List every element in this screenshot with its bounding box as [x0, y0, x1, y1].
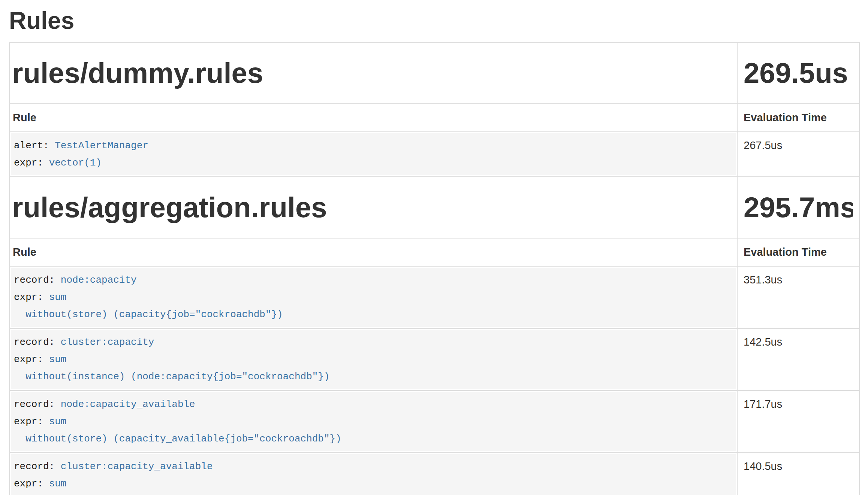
rule-cell: record: node:capacity expr: sum without(… — [9, 266, 737, 328]
rule-group-file-cell: rules/aggregation.rules — [9, 177, 737, 238]
rules-page: Rules rules/dummy.rules 269.5us Rule Eva… — [0, 7, 868, 495]
column-header-row: Rule Evaluation Time — [9, 104, 859, 132]
rule-group-total-evaluation-time: 295.7ms — [744, 191, 853, 224]
rule-expr-link[interactable]: sum — [49, 354, 67, 365]
rule-line: record: node:capacity_available — [14, 396, 733, 413]
rule-keyword: expr: — [14, 157, 49, 168]
rule-line: record: node:capacity — [14, 271, 733, 289]
table-row: record: node:capacity expr: sum without(… — [9, 266, 859, 328]
rule-keyword: record: — [14, 337, 61, 348]
rule-line: without(store) (capacity{job="cockroachd… — [14, 306, 733, 323]
rule-group-file-name: rules/aggregation.rules — [12, 191, 735, 224]
evaluation-time-value: 171.7us — [737, 391, 859, 453]
rule-line: record: cluster:capacity_available — [14, 458, 733, 475]
rule-expr-link[interactable]: vector(1) — [49, 157, 102, 168]
rule-expr-link[interactable]: without(store) (capacity{job="cockroachd… — [14, 309, 283, 320]
rule-cell: record: node:capacity_available expr: su… — [9, 391, 737, 453]
rule-group-header-row: rules/dummy.rules 269.5us — [9, 42, 859, 104]
rule-column-header: Rule — [9, 238, 737, 266]
table-row: record: cluster:capacity expr: sum witho… — [9, 328, 859, 391]
rule-definition: record: cluster:capacity_available expr:… — [11, 454, 736, 495]
rule-keyword: expr: — [14, 292, 49, 303]
rule-line: without(instance) (node:capacity{job="co… — [14, 368, 733, 385]
rule-definition: record: node:capacity expr: sum without(… — [11, 268, 736, 327]
rule-cell: record: cluster:capacity_available expr:… — [9, 453, 737, 495]
rule-name-link[interactable]: cluster:capacity_available — [61, 461, 213, 472]
page-title: Rules — [9, 7, 859, 34]
table-row: record: node:capacity_available expr: su… — [9, 391, 859, 453]
rule-line: expr: sum — [14, 351, 733, 368]
rule-definition: record: node:capacity_available expr: su… — [11, 392, 736, 451]
evaluation-time-value: 142.5us — [737, 328, 859, 391]
rule-line: without(instance) (node:capacity_availab… — [14, 492, 733, 495]
rule-expr-link[interactable]: sum — [49, 416, 67, 427]
rule-line: expr: sum — [14, 413, 733, 430]
rule-keyword: expr: — [14, 416, 49, 427]
rule-cell: alert: TestAlertManager expr: vector(1) — [9, 132, 737, 177]
rule-expr-link[interactable]: sum — [49, 478, 67, 489]
column-header-row: Rule Evaluation Time — [9, 238, 859, 266]
rule-name-link[interactable]: node:capacity_available — [61, 399, 195, 410]
rule-keyword: record: — [14, 274, 61, 286]
rule-group-file-name: rules/dummy.rules — [12, 57, 735, 89]
rule-line: expr: sum — [14, 475, 733, 492]
rule-expr-link[interactable]: without(instance) (node:capacity{job="co… — [14, 371, 330, 382]
evaluation-time-value: 267.5us — [737, 132, 859, 177]
rule-keyword: record: — [14, 461, 61, 472]
rule-expr-link[interactable]: sum — [49, 292, 67, 303]
rule-cell: record: cluster:capacity expr: sum witho… — [9, 328, 737, 391]
rule-line: record: cluster:capacity — [14, 334, 733, 351]
rule-group-total-time-cell: 295.7ms — [737, 177, 859, 238]
rule-expr-link[interactable]: without(store) (capacity_available{job="… — [14, 433, 341, 444]
rule-name-link[interactable]: node:capacity — [61, 274, 137, 286]
rule-keyword: alert: — [14, 140, 55, 151]
evaluation-time-value: 351.3us — [737, 266, 859, 328]
evaluation-time-value: 140.5us — [737, 453, 859, 495]
rule-line: without(store) (capacity_available{job="… — [14, 430, 733, 447]
evaluation-time-column-header: Evaluation Time — [737, 238, 859, 266]
rule-definition: alert: TestAlertManager expr: vector(1) — [11, 133, 736, 175]
rule-name-link[interactable]: TestAlertManager — [55, 140, 148, 151]
rule-name-link[interactable]: cluster:capacity — [61, 337, 154, 348]
evaluation-time-column-header: Evaluation Time — [737, 104, 859, 132]
rule-keyword: expr: — [14, 354, 49, 365]
rule-line: expr: sum — [14, 289, 733, 306]
table-row: record: cluster:capacity_available expr:… — [9, 453, 859, 495]
rule-group-total-evaluation-time: 269.5us — [744, 57, 853, 89]
table-row: alert: TestAlertManager expr: vector(1) … — [9, 132, 859, 177]
rule-group-header-row: rules/aggregation.rules 295.7ms — [9, 177, 859, 238]
rule-keyword: record: — [14, 399, 61, 410]
rule-column-header: Rule — [9, 104, 737, 132]
rule-group-file-cell: rules/dummy.rules — [9, 42, 737, 104]
rules-table: rules/dummy.rules 269.5us Rule Evaluatio… — [9, 42, 860, 495]
rule-keyword: expr: — [14, 478, 49, 489]
rule-group-total-time-cell: 269.5us — [737, 42, 859, 104]
rule-line: expr: vector(1) — [14, 154, 733, 171]
rule-line: alert: TestAlertManager — [14, 137, 733, 154]
rule-definition: record: cluster:capacity expr: sum witho… — [11, 330, 736, 389]
